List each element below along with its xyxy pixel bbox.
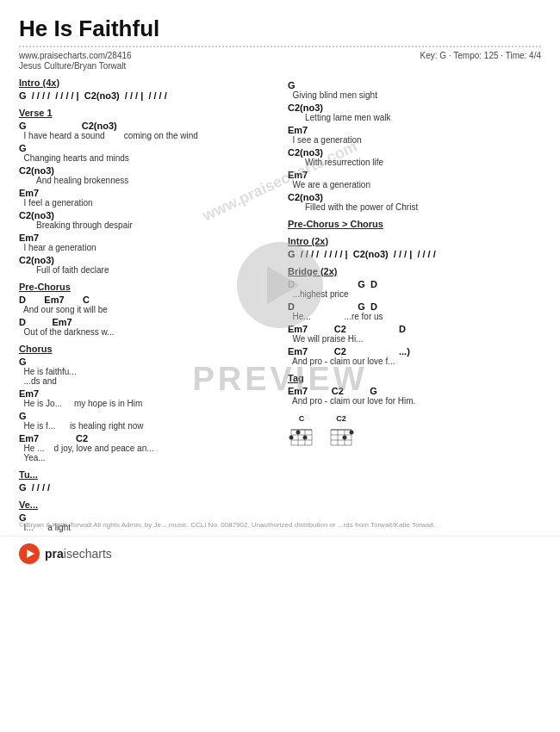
chorus-label: Chorus — [19, 344, 272, 354]
lyric: And healing brokenness — [36, 176, 272, 185]
chord: C2(no3) — [288, 147, 541, 158]
section-intro: Intro (4x) G / / / / / / / / | C2(no3) /… — [19, 78, 272, 101]
chord: C2(no3) — [288, 192, 541, 202]
lyric: Full of faith declare — [36, 265, 272, 275]
verse2-label: Ve... — [19, 499, 272, 510]
bridge-label: Bridge (2x) — [288, 266, 541, 276]
lyric: And pro - claim our love for Him. — [288, 396, 541, 406]
chord: Em7 — [19, 188, 272, 198]
svg-point-8 — [296, 431, 301, 435]
lyric: ...ds and — [19, 376, 272, 386]
section-verse1: Verse 1 G C2(no3) I have heard a sound c… — [19, 108, 272, 275]
tempo-info: Tempo: 125 — [453, 51, 498, 60]
lyric: And pro - claim our love f... — [288, 357, 541, 366]
chord-diagram-C2: C2 — [327, 414, 355, 450]
meta-left: www.praisecharts.com/28416 Jesus Culture… — [19, 51, 132, 71]
left-column: Intro (4x) G / / / / / / / / | C2(no3) /… — [19, 78, 272, 561]
chord: G — [19, 143, 272, 153]
intro2x-label: Intro (2x) — [288, 236, 541, 246]
pre-chorus-label: Pre-Chorus — [19, 282, 272, 292]
meta-right: Key: G · Tempo: 125 · Time: 4/4 — [420, 51, 541, 60]
lyric: He ... d joy, love and peace an... — [19, 444, 272, 453]
lyric: I feel a generation — [19, 198, 272, 208]
chord: D G D — [288, 279, 541, 289]
lyric: Filled with the power of Christ — [305, 202, 541, 212]
footer-brand: praisecharts — [45, 547, 112, 561]
content-area: Intro (4x) G / / / / / / / / | C2(no3) /… — [19, 78, 541, 561]
section-prechorus-arrow: Pre-Chorus > Chorus — [288, 219, 541, 229]
svg-point-20 — [343, 436, 347, 440]
page-container: He Is Faithful www.praisecharts.com/2841… — [0, 0, 560, 570]
lyric: We are a generation — [288, 180, 541, 189]
chord: G C2(no3) — [19, 121, 272, 131]
chord: Em7 — [19, 388, 272, 399]
chord: G — [19, 357, 272, 367]
chord-grid-C2 — [327, 425, 355, 450]
lyric: Breaking through despair — [36, 220, 272, 230]
intro-chords: G / / / / / / / / | C2(no3) / / / | / / … — [19, 90, 272, 101]
section-pre-chorus: Pre-Chorus D Em7 C And our song it will … — [19, 282, 272, 337]
section-verse-cont: G Giving blind men sight C2(no3) Letting… — [288, 80, 541, 212]
chord-diagram-label-C: C — [299, 414, 305, 423]
lyric: Letting lame men walk — [305, 113, 541, 122]
lyric: I see a generation — [288, 135, 541, 145]
time-info: Time: 4/4 — [506, 51, 541, 60]
chord: D Em7 C — [19, 295, 272, 305]
lyric: Giving blind men sight — [288, 90, 541, 100]
chord: G — [19, 411, 272, 421]
lyric: He is f... is healing right now — [19, 421, 272, 431]
lyric: Changing hearts and minds — [19, 153, 272, 163]
meta-row: www.praisecharts.com/28416 Jesus Culture… — [19, 51, 541, 71]
chord: Em7 C2 ...) — [288, 346, 541, 357]
chord-grid-C — [288, 425, 315, 450]
chord: G — [288, 80, 541, 90]
song-url: www.praisecharts.com/28416 — [19, 51, 132, 60]
lyric: I have heard a sound coming on the wind — [19, 131, 272, 140]
lyric: He is faithfu... — [19, 367, 272, 376]
lyric: We will praise Hi... — [288, 334, 541, 344]
chord: Em7 — [288, 125, 541, 135]
svg-point-9 — [289, 436, 294, 440]
lyric: I hear a generation — [19, 243, 272, 252]
copyright-text: © Bryan & Katie Torwalt All rights Admin… — [19, 521, 541, 529]
chorus-text: Chorus — [350, 219, 383, 229]
section-turnaround: Tu... G / / / / — [19, 469, 272, 493]
song-title: He Is Faithful — [19, 16, 541, 42]
footer-play-icon — [19, 543, 40, 564]
chord: D Em7 — [19, 317, 272, 327]
lyric: And our song it will be — [19, 305, 272, 314]
chord-diagram-label-C2: C2 — [336, 414, 346, 423]
lyric: Out of the darkness w... — [19, 327, 272, 337]
footer-logo: praisecharts — [19, 543, 112, 564]
intro2x-chords: G / / / / / / / / | C2(no3) / / / | / / … — [288, 249, 541, 259]
svg-point-19 — [350, 431, 354, 435]
chord: C2(no3) — [19, 210, 272, 220]
chord: Em7 — [19, 233, 272, 243]
section-chorus: Chorus G He is faithfu... ...ds and Em7 … — [19, 344, 272, 462]
svg-point-10 — [303, 436, 308, 440]
turnaround-label: Tu... — [19, 469, 272, 480]
chord: Em7 — [288, 170, 541, 180]
right-column: G Giving blind men sight C2(no3) Letting… — [288, 78, 541, 561]
section-tag: Tag Em7 C2 G And pro - claim our love fo… — [288, 373, 541, 406]
chord: D G D — [288, 301, 541, 312]
chord: C2(no3) — [19, 255, 272, 265]
chord-diagrams: C C2 — [288, 414, 541, 450]
key-info: Key: G — [420, 51, 447, 60]
lyric: He is Jo... my hope is in Him — [19, 399, 272, 408]
pre-chorus-text: Pre-Chorus — [288, 219, 339, 229]
section-intro-2x: Intro (2x) G / / / / / / / / | C2(no3) /… — [288, 236, 541, 259]
lyric: ...highest price — [288, 289, 541, 299]
tag-label: Tag — [288, 373, 541, 383]
lyric: Yea... — [19, 453, 272, 462]
chord-diagram-C: C — [288, 414, 315, 450]
verse1-label: Verse 1 — [19, 108, 272, 118]
intro-label: Intro (4x) — [19, 78, 272, 88]
section-bridge: Bridge (2x) D G D ...highest price D G D… — [288, 266, 541, 366]
lyric: He... ...re for us — [288, 312, 541, 321]
song-artist: Jesus Culture/Bryan Torwalt — [19, 61, 132, 71]
footer-play-triangle — [27, 549, 34, 558]
title-divider — [19, 46, 541, 47]
prechorus-chorus-label: Pre-Chorus > Chorus — [288, 219, 541, 229]
chord: G / / / / — [19, 482, 272, 493]
